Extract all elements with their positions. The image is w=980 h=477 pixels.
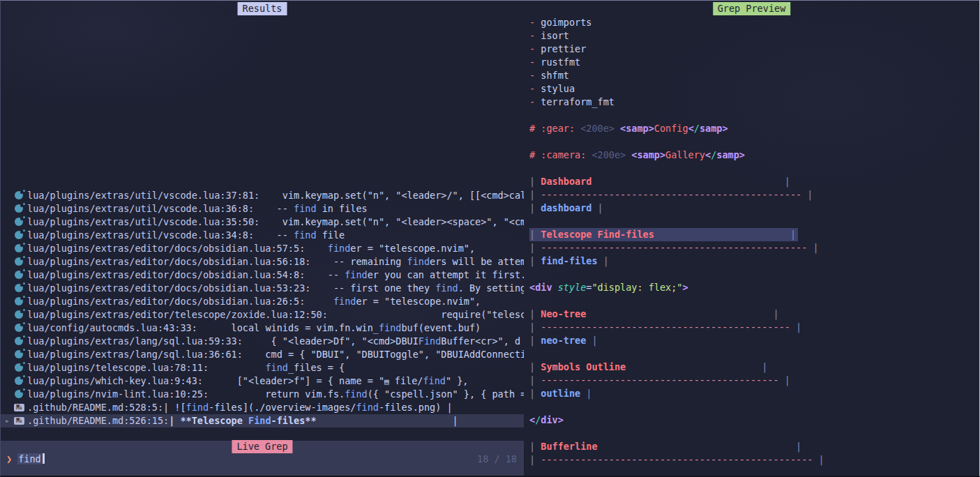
search-input[interactable]: ❯find: [6, 453, 45, 466]
result-row[interactable]: lua/plugins/extras/util/vscode.lua:34:8:…: [1, 229, 524, 242]
preview-match-highlight: | Telescope Find-files |: [529, 228, 796, 241]
preview-line-text: </div>: [529, 414, 564, 427]
prompt-box: Live Grep ❯find 18 / 18: [1, 441, 524, 476]
text-segment: find: [328, 243, 351, 254]
result-row[interactable]: lua/plugins/which-key.lua:9:43: ["<leade…: [1, 374, 524, 388]
result-row[interactable]: lua/plugins/extras/editor/docs/obsidian.…: [1, 268, 524, 282]
text-segment: lua/plugins/extras/editor/docs/obsidian.…: [27, 243, 305, 254]
lua-file-icon: [15, 204, 23, 213]
text-segment: lua/plugins/extras/editor/docs/obsidian.…: [27, 296, 305, 307]
preview-line: [529, 347, 979, 361]
preview-line: </div>: [529, 414, 979, 427]
result-row[interactable]: lua/plugins/extras/editor/docs/obsidian.…: [1, 255, 524, 268]
lua-file-icon: [15, 297, 23, 305]
text-segment: ----------------------------------------…: [541, 321, 790, 333]
preview-line: - terraform_fmt: [529, 96, 979, 109]
text-segment: rustfmt: [541, 56, 580, 68]
preview-line: [529, 294, 979, 308]
search-query-text: find: [17, 453, 42, 464]
text-segment: |: [529, 308, 541, 319]
text-segment: " },: [446, 375, 469, 386]
text-segment: file/: [389, 375, 423, 386]
result-row[interactable]: lua/plugins/extras/editor/docs/obsidian.…: [1, 282, 524, 295]
text-segment: find: [345, 269, 368, 280]
result-row-selected[interactable]: ▸M↓.github/README.md:526:15:| **Telescop…: [1, 414, 524, 427]
results-panel-title: Results: [238, 2, 287, 15]
text-segment: |: [813, 454, 824, 465]
text-segment: --: [254, 229, 294, 241]
text-segment: find: [407, 256, 430, 267]
preview-line: | Dashboard |: [529, 175, 979, 188]
result-row[interactable]: lua/plugins/extras/util/vscode.lua:37:81…: [1, 189, 524, 202]
text-segment: dashboard: [541, 202, 591, 213]
result-row[interactable]: lua/config/autocmds.lua:43:33: local win…: [1, 321, 524, 335]
text-segment: er = "telescope.nvim",: [350, 243, 475, 254]
text-segment: er you can attempt it first.: [368, 269, 524, 280]
text-segment: ers will be attem: [430, 256, 524, 267]
text-segment: find: [435, 282, 458, 294]
text-segment: /: [694, 123, 700, 134]
text-segment: |: [790, 321, 801, 333]
match-counter: 18 / 18: [477, 453, 517, 466]
text-segment: lua/plugins/which-key.lua:9:43:: [27, 375, 203, 386]
preview-line: | --------------------------------------…: [529, 188, 979, 202]
text-segment: require("telesc: [328, 309, 524, 320]
result-row[interactable]: lua/plugins/extras/editor/telescope/zoxi…: [1, 308, 524, 321]
prompt-caret-icon: ❯: [6, 453, 12, 464]
result-row[interactable]: lua/plugins/extras/lang/sql.lua:36:61: c…: [1, 348, 524, 361]
text-segment: -- first one they: [310, 282, 435, 294]
text-segment: Telescope Find-files: [541, 229, 654, 240]
text-segment: Gallery: [665, 149, 705, 160]
text-segment: local winids = vim.fn.win_: [197, 322, 379, 333]
preview-line: # :camera: <200e> <samp>Gallery</samp>: [529, 149, 979, 162]
text-segment: |: [591, 176, 790, 187]
text-segment: prettier: [541, 43, 586, 54]
text-segment: |: [801, 189, 813, 200]
preview-line-text: | Symbols Outline |: [529, 361, 767, 374]
preview-line-text: | --------------------------------------…: [529, 188, 813, 202]
text-segment: in files: [317, 203, 368, 214]
preview-line-text: - terraform_fmt: [529, 96, 615, 109]
preview-line-text: | --------------------------------------…: [529, 374, 790, 387]
text-segment: samp>: [716, 149, 745, 160]
preview-line: - goimports: [529, 16, 979, 29]
preview-line: | Bufferline |: [529, 440, 979, 453]
result-row[interactable]: lua/plugins/extras/editor/docs/obsidian.…: [1, 242, 524, 255]
preview-line-text: - goimports: [529, 16, 591, 29]
result-row[interactable]: lua/plugins/extras/util/vscode.lua:35:50…: [1, 215, 524, 229]
text-segment: | **Telescope: [169, 415, 248, 426]
text-segment: lua/plugins/extras/editor/docs/obsidian.…: [27, 269, 305, 280]
text-segment: -files](./overview-images/: [209, 402, 356, 413]
text-segment: <div: [529, 282, 552, 293]
text-segment: |: [529, 388, 541, 399]
result-row[interactable]: lua/plugins/extras/editor/docs/obsidian.…: [1, 295, 524, 308]
text-segment: <: [705, 149, 711, 160]
text-segment: Find: [419, 335, 442, 347]
text-segment: |: [598, 441, 802, 452]
text-segment: -: [529, 83, 541, 94]
text-segment: er = "telescope.nvim",: [356, 296, 481, 307]
text-segment: |: [317, 415, 458, 426]
text-segment: --: [254, 203, 294, 214]
preview-line-text: - prettier: [529, 43, 586, 56]
prompt-title: Live Grep: [232, 440, 292, 453]
text-cursor: [43, 453, 45, 464]
preview-panel: Grep Preview - goimports- isort- prettie…: [524, 1, 979, 476]
text-segment: neo-tree: [541, 335, 586, 346]
result-row[interactable]: lua/plugins/telescope.lua:78:11: find_fi…: [1, 361, 524, 374]
preview-line: [529, 268, 979, 281]
result-row[interactable]: M↓.github/README.md:528:5:| ![find-files…: [1, 401, 524, 414]
text-segment: lua/plugins/nvim-lint.lua:10:25:: [27, 388, 209, 400]
lua-file-icon: [15, 218, 23, 226]
text-segment: terraform_fmt: [541, 96, 615, 107]
text-segment: |: [529, 335, 541, 346]
preview-line-text: | outline |: [529, 387, 591, 400]
text-segment: |: [807, 242, 818, 253]
preview-line-text: | neo-tree |: [529, 334, 598, 347]
result-row[interactable]: lua/plugins/extras/util/vscode.lua:36:8:…: [1, 202, 524, 215]
preview-line: - rustfmt: [529, 56, 979, 69]
result-row[interactable]: lua/plugins/extras/lang/sql.lua:59:33: {…: [1, 335, 524, 348]
text-segment: |: [586, 335, 597, 346]
result-row[interactable]: lua/plugins/nvim-lint.lua:10:25: return …: [1, 388, 524, 401]
lua-file-icon: [15, 337, 23, 345]
